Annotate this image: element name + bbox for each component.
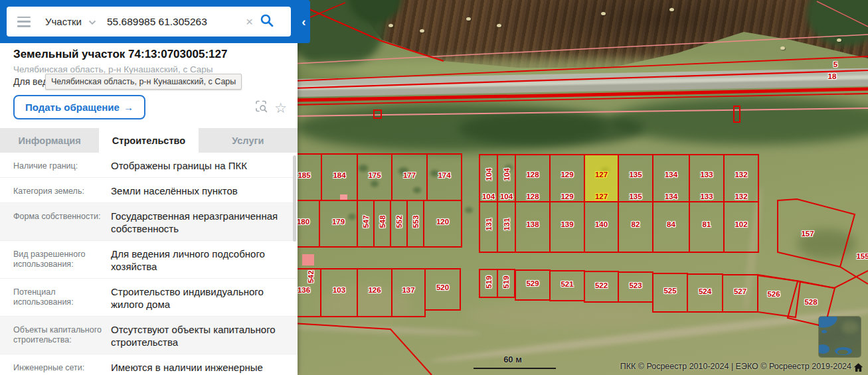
parcel-outline[interactable] xyxy=(391,200,407,247)
parcel-outline[interactable] xyxy=(497,202,515,252)
info-row-value: Отображены границы на ПКК xyxy=(111,159,278,172)
info-row-value: Имеются в наличии инженерные сети xyxy=(111,361,278,375)
search-bar: Участки × xyxy=(7,7,291,37)
parcel-outline[interactable] xyxy=(497,155,515,202)
info-row-ownership: Форма собственности: Государственная нер… xyxy=(0,202,298,240)
find-on-map-icon[interactable] xyxy=(254,100,268,115)
search-input[interactable] xyxy=(106,15,244,29)
parcel-outline[interactable] xyxy=(618,202,653,252)
info-row-borders: Наличие границ: Отображены границы на ПК… xyxy=(0,153,298,177)
parcel-outline[interactable] xyxy=(392,154,427,200)
parcel-outline[interactable] xyxy=(319,200,357,247)
info-row-label: Форма собственности: xyxy=(13,210,106,235)
boundary-line xyxy=(298,4,444,61)
parcel-outline[interactable] xyxy=(479,269,497,297)
tab-services[interactable]: Услуги xyxy=(199,128,298,153)
parcel-outline[interactable] xyxy=(427,154,462,200)
parcel-outline[interactable] xyxy=(407,200,424,247)
parcel-outline[interactable] xyxy=(374,200,391,247)
selected-parcel-outline[interactable] xyxy=(584,155,618,202)
info-table: Наличие границ: Отображены границы на ПК… xyxy=(0,153,298,375)
parcel-title: Земельный участок 74:13:0703005:127 xyxy=(13,48,286,61)
info-row-category: Категория земель: Земли населённых пункт… xyxy=(0,177,298,202)
info-row-label: Категория земель: xyxy=(13,185,106,197)
parcel-outline[interactable] xyxy=(618,155,653,202)
info-row-label: Инженерные сети: xyxy=(13,361,106,375)
tab-information[interactable]: Информация xyxy=(0,128,99,153)
info-row-label: Вид разрешенного использования: xyxy=(13,248,106,273)
favorite-star-icon[interactable]: ☆ xyxy=(274,101,287,115)
panel-scrollbar[interactable] xyxy=(293,155,296,242)
parcel-outline[interactable] xyxy=(357,269,392,317)
parcel-outline[interactable] xyxy=(653,273,687,312)
parcel-outline[interactable] xyxy=(618,272,653,302)
info-row-utilities: Инженерные сети: Имеются в наличии инжен… xyxy=(0,354,298,375)
boundary-line xyxy=(817,1,868,27)
info-panel: Участки × ‹ Земельный участок 74:13:0703… xyxy=(0,0,298,375)
overview-minimap[interactable] xyxy=(819,317,861,357)
info-row-value: Для ведения личного подсобного хозяйства xyxy=(111,248,278,273)
home-icon[interactable] xyxy=(853,362,864,373)
parcel-outline[interactable] xyxy=(424,200,462,247)
clipped-usage-text: Для вед xyxy=(13,76,48,87)
parcel-outline[interactable] xyxy=(724,202,758,252)
parcel-outline[interactable] xyxy=(584,271,618,302)
scale-bar-label: 60 м xyxy=(489,354,537,364)
search-icon[interactable] xyxy=(260,13,274,31)
parcel-outline[interactable] xyxy=(584,202,618,252)
parcel-outline[interactable] xyxy=(515,155,550,202)
chevron-down-icon[interactable] xyxy=(88,16,96,28)
boundary-line xyxy=(292,108,868,116)
parcel-outline[interactable] xyxy=(653,202,689,252)
parcel-location: Челябинская область, р-н Кунашакский, с … xyxy=(13,64,286,74)
parcel-outline[interactable] xyxy=(653,155,689,202)
map-attribution: ПКК © Росреестр 2010-2024 | ЕЭКО © Росре… xyxy=(620,362,851,371)
parcel-outline[interactable] xyxy=(550,271,584,301)
parcel-outline[interactable] xyxy=(724,155,758,202)
parcel-outline[interactable] xyxy=(321,154,357,200)
info-row-label: Объекты капитального строительства: xyxy=(13,323,106,348)
parcel-outline[interactable] xyxy=(687,274,723,312)
location-tooltip: Челябинская область, р-н Кунашакский, с … xyxy=(45,74,242,90)
parcel-outline[interactable] xyxy=(550,155,584,202)
submit-request-label: Подать обращение xyxy=(25,102,120,113)
info-row-value: Строительство индивидуального жилого дом… xyxy=(111,285,278,311)
info-row-value: Отсутствуют объекты капитального строите… xyxy=(111,323,278,348)
parcel-outline[interactable] xyxy=(689,202,724,252)
panel-collapse-button[interactable]: ‹ xyxy=(298,0,310,43)
parcel-outline[interactable] xyxy=(392,269,425,317)
search-category-selector[interactable]: Участки xyxy=(45,16,82,27)
scale-bar xyxy=(474,368,556,369)
parcel-outline[interactable] xyxy=(515,202,550,252)
boundary-line xyxy=(840,267,868,284)
info-row-capital-objects: Объекты капитального строительства: Отсу… xyxy=(0,316,298,354)
boundary-line xyxy=(292,89,868,100)
parcel-outline[interactable] xyxy=(550,202,584,252)
info-row-permitted-use: Вид разрешенного использования: Для веде… xyxy=(0,240,298,278)
info-row-label: Потенциал использования: xyxy=(13,285,106,311)
parcel-outline[interactable] xyxy=(778,199,855,267)
parcel-outline[interactable] xyxy=(479,202,497,252)
parcel-outline[interactable] xyxy=(689,155,724,202)
app-window: 1575265281851841751771741801795475485525… xyxy=(0,0,868,375)
info-row-value: Земли населённых пунктов xyxy=(111,185,278,197)
parcel-outline[interactable] xyxy=(723,275,758,312)
parcel-outline[interactable] xyxy=(479,155,497,202)
parcel-outline[interactable] xyxy=(425,269,460,310)
tab-construction[interactable]: Строительство xyxy=(99,128,198,153)
boundary-line xyxy=(292,70,868,88)
info-row-label: Наличие границ: xyxy=(13,159,106,172)
submit-request-button[interactable]: Подать обращение→ xyxy=(13,95,145,119)
parcel-outline[interactable] xyxy=(357,200,374,247)
info-row-potential: Потенциал использования: Строительство и… xyxy=(0,278,298,316)
clear-search-icon[interactable]: × xyxy=(246,15,253,28)
parcel-outline[interactable] xyxy=(497,269,515,297)
search-header: Участки × xyxy=(0,0,298,43)
parcel-outline[interactable] xyxy=(357,154,392,200)
parcel-outline[interactable] xyxy=(515,270,550,300)
menu-icon[interactable] xyxy=(17,17,31,27)
arrow-right-icon: → xyxy=(124,102,133,113)
boundary-line xyxy=(292,323,432,375)
boundary-line xyxy=(292,56,868,81)
parcel-outline[interactable] xyxy=(321,269,357,317)
